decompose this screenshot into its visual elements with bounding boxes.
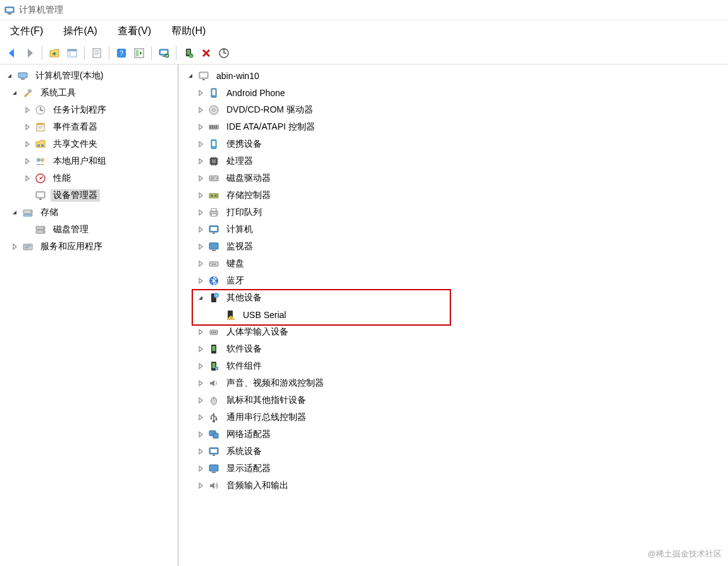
device-item-keyboards[interactable]: 键盘 [182, 255, 724, 272]
toolbar-properties-button[interactable] [89, 45, 105, 61]
toolbar-pane-button[interactable] [64, 45, 80, 61]
device-item-display-adapters[interactable]: 显示适配器 [182, 460, 724, 477]
svg-rect-111 [209, 465, 218, 471]
chevron-right-icon[interactable] [196, 123, 205, 132]
device-item-software-components[interactable]: + 软件组件 [182, 357, 724, 374]
chevron-right-icon[interactable] [196, 208, 205, 217]
chevron-right-icon[interactable] [196, 362, 205, 371]
device-item-android-phone[interactable]: Android Phone [182, 84, 724, 101]
svg-rect-10 [94, 54, 98, 55]
tree-item-local-users[interactable]: 本地用户和组 [1, 152, 176, 169]
toolbar-device-button[interactable]: + [180, 45, 197, 61]
device-item-dvd-cdrom[interactable]: DVD/CD-ROM 驱动器 [182, 101, 724, 118]
svg-rect-95 [215, 331, 216, 333]
device-item-network-adapters[interactable]: 网络适配器 [182, 426, 724, 443]
chevron-right-icon[interactable] [23, 174, 32, 183]
device-item-processors[interactable]: 处理器 [182, 152, 724, 169]
device-item-ide-ata[interactable]: IDE ATA/ATAPI 控制器 [182, 118, 724, 135]
device-item-storage-controllers[interactable]: 存储控制器 [182, 187, 724, 204]
chevron-right-icon[interactable] [196, 447, 205, 456]
chevron-right-icon[interactable] [196, 225, 205, 234]
device-item-software-devices[interactable]: 软件设备 [182, 340, 724, 357]
toolbar-up-button[interactable] [46, 45, 63, 61]
chevron-down-icon[interactable] [186, 71, 195, 80]
tree-item-task-scheduler[interactable]: 任务计划程序 [1, 101, 176, 118]
unknown-device-warning-icon: ! [224, 309, 237, 321]
toolbar-delete-button[interactable] [198, 45, 214, 61]
svg-rect-110 [213, 455, 215, 456]
device-item-print-queues[interactable]: 打印队列 [182, 204, 724, 221]
tree-item-device-manager[interactable]: . 设备管理器 [1, 187, 176, 204]
chevron-right-icon[interactable] [196, 328, 205, 336]
toolbar-scan-button[interactable] [216, 45, 232, 61]
svg-rect-78 [213, 233, 215, 234]
chevron-right-icon[interactable] [196, 379, 205, 388]
device-item-usb-serial[interactable]: . ! USB Serial [182, 306, 724, 323]
toolbar-help-button[interactable]: ? [113, 45, 130, 61]
tree-item-disk-management[interactable]: . 磁盘管理 [1, 221, 176, 238]
chevron-down-icon[interactable] [10, 89, 19, 97]
tree-label: 鼠标和其他指针设备 [224, 394, 309, 407]
chevron-right-icon[interactable] [23, 123, 32, 132]
svg-rect-16 [161, 51, 167, 54]
chevron-right-icon[interactable] [23, 140, 32, 149]
chevron-right-icon[interactable] [196, 242, 205, 251]
svg-rect-77 [211, 227, 217, 231]
device-item-hid[interactable]: 人体学输入设备 [182, 323, 724, 340]
device-item-mice[interactable]: 鼠标和其他指针设备 [182, 391, 724, 409]
chevron-right-icon[interactable] [23, 106, 32, 114]
audio-io-icon [207, 479, 220, 492]
tree-item-services-apps[interactable]: 服务和应用程序 [1, 238, 176, 255]
tree-item-system-tools[interactable]: 系统工具 [1, 84, 176, 101]
chevron-right-icon[interactable] [196, 106, 205, 114]
chevron-right-icon[interactable] [196, 481, 205, 490]
chevron-right-icon[interactable] [196, 89, 205, 97]
device-tree-root[interactable]: abin-win10 [182, 67, 724, 84]
device-item-computers[interactable]: 计算机 [182, 221, 724, 238]
chevron-right-icon[interactable] [196, 157, 205, 166]
chevron-right-icon[interactable] [196, 396, 205, 405]
toolbar-back-button[interactable] [4, 45, 20, 61]
svg-text:?: ? [120, 49, 123, 57]
tree-item-event-viewer[interactable]: 事件查看器 [1, 118, 176, 135]
toolbar-separator [151, 46, 152, 60]
chevron-right-icon[interactable] [196, 174, 205, 183]
toolbar-separator [84, 46, 85, 60]
chevron-right-icon[interactable] [196, 413, 205, 422]
chevron-right-icon[interactable] [10, 242, 19, 251]
tree-item-root[interactable]: 计算机管理(本地) [1, 67, 176, 84]
device-item-monitors[interactable]: 监视器 [182, 238, 724, 255]
chevron-down-icon[interactable] [5, 71, 14, 80]
device-item-other-devices[interactable]: ? 其他设备 [182, 289, 724, 306]
menu-help[interactable]: 帮助(H) [168, 22, 209, 40]
tree-item-shared-folders[interactable]: 共享文件夹 [1, 135, 176, 152]
toolbar-monitor-button[interactable] [156, 45, 172, 61]
device-item-sound[interactable]: 声音、视频和游戏控制器 [182, 374, 724, 391]
chevron-right-icon[interactable] [196, 191, 205, 200]
device-item-system-devices[interactable]: 系统设备 [182, 443, 724, 460]
menu-action[interactable]: 操作(A) [59, 22, 101, 40]
tree-item-performance[interactable]: 性能 [1, 169, 176, 187]
chevron-right-icon[interactable] [196, 464, 205, 473]
chevron-down-icon[interactable] [196, 293, 205, 302]
chevron-right-icon[interactable] [23, 157, 32, 166]
toolbar-forward-button[interactable] [22, 45, 38, 61]
chevron-right-icon[interactable] [196, 140, 205, 149]
chevron-right-icon[interactable] [196, 259, 205, 268]
toolbar-run-button[interactable] [131, 45, 147, 61]
left-tree-pane[interactable]: 计算机管理(本地) 系统工具 [0, 65, 178, 566]
device-item-audio-io[interactable]: 音频输入和输出 [182, 477, 724, 494]
device-item-usb-controllers[interactable]: 通用串行总线控制器 [182, 409, 724, 426]
right-tree-pane[interactable]: abin-win10 Android Phone DVD/CD-ROM 驱动器 [178, 65, 728, 566]
chevron-right-icon[interactable] [196, 276, 205, 285]
menu-file[interactable]: 文件(F) [6, 22, 47, 40]
device-item-disk-drives[interactable]: 磁盘驱动器 [182, 169, 724, 187]
device-item-bluetooth[interactable]: 蓝牙 [182, 272, 724, 289]
svg-point-68 [211, 176, 214, 180]
menu-view[interactable]: 查看(V) [114, 22, 155, 40]
tree-item-storage[interactable]: 存储 [1, 204, 176, 221]
chevron-right-icon[interactable] [196, 430, 205, 439]
device-item-portable[interactable]: 便携设备 [182, 135, 724, 152]
chevron-down-icon[interactable] [10, 208, 19, 217]
chevron-right-icon[interactable] [196, 345, 205, 354]
